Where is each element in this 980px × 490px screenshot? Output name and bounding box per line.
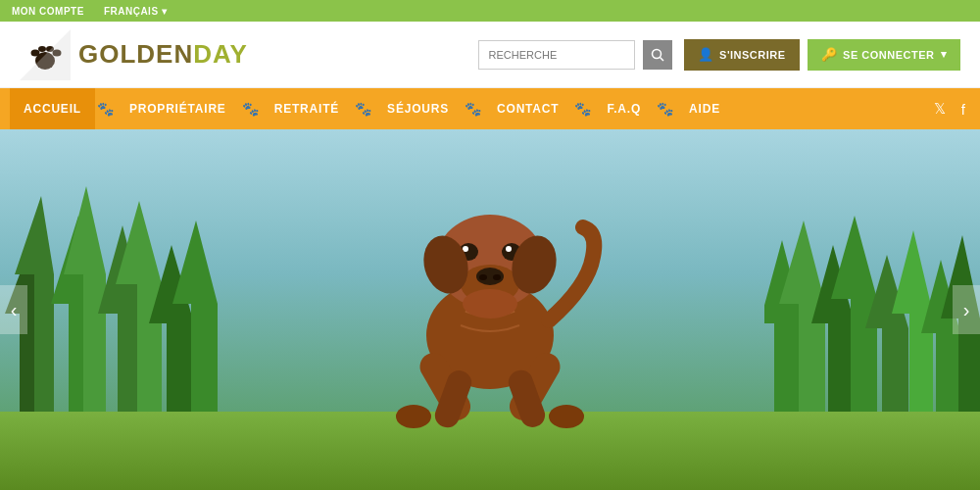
svg-point-38 bbox=[549, 405, 584, 428]
hero-slider: ‹ › bbox=[0, 129, 980, 490]
svg-point-27 bbox=[479, 274, 487, 280]
nav-item-proprietaire[interactable]: PROPRIÉTAIRE bbox=[116, 88, 240, 129]
svg-point-3 bbox=[46, 46, 54, 52]
header: GOLDENDAY 👤 S'INSCRIRE 🔑 SE CONNECTER ▾ bbox=[0, 22, 980, 88]
svg-line-6 bbox=[660, 57, 663, 61]
nav-item-accueil[interactable]: ACCUEIL bbox=[10, 88, 95, 129]
hero-background bbox=[0, 129, 980, 490]
svg-point-5 bbox=[652, 49, 661, 58]
nav-item-aide[interactable]: AIDE bbox=[675, 88, 734, 129]
svg-point-1 bbox=[31, 49, 40, 56]
facebook-icon[interactable]: f bbox=[956, 101, 970, 118]
paw-separator: 🐾 bbox=[95, 101, 116, 117]
nav-item-contact[interactable]: CONTACT bbox=[483, 88, 572, 129]
navigation: ACCUEIL 🐾 PROPRIÉTAIRE 🐾 RETRAITÉ 🐾 SÉJO… bbox=[0, 88, 980, 129]
signup-button[interactable]: 👤 S'INSCRIRE bbox=[684, 39, 800, 71]
paw-separator: 🐾 bbox=[572, 101, 593, 117]
nav-item-sejours[interactable]: SÉJOURS bbox=[373, 88, 463, 129]
nav-item-retraite[interactable]: RETRAITÉ bbox=[261, 88, 353, 129]
top-bar: MON COMPTE FRANÇAIS ▾ bbox=[0, 0, 980, 22]
search-area bbox=[478, 40, 672, 70]
svg-point-2 bbox=[38, 46, 46, 52]
dog-image bbox=[353, 159, 627, 463]
trees-left bbox=[0, 157, 235, 431]
logo-paw bbox=[20, 29, 71, 80]
nav-item-faq[interactable]: F.A.Q bbox=[593, 88, 655, 129]
social-links: 𝕏 f bbox=[929, 100, 970, 118]
svg-point-41 bbox=[463, 289, 517, 318]
paw-separator: 🐾 bbox=[463, 101, 483, 117]
user-icon: 👤 bbox=[698, 47, 714, 62]
login-icon: 🔑 bbox=[821, 47, 838, 62]
slider-next-button[interactable]: › bbox=[953, 285, 980, 334]
logo-area[interactable]: GOLDENDAY bbox=[20, 29, 248, 80]
logo-text: GOLDENDAY bbox=[78, 39, 248, 70]
search-icon bbox=[651, 48, 664, 62]
svg-point-32 bbox=[506, 246, 512, 252]
paw-separator: 🐾 bbox=[240, 101, 261, 117]
search-button[interactable] bbox=[643, 40, 672, 70]
svg-point-37 bbox=[396, 405, 431, 428]
account-link[interactable]: MON COMPTE bbox=[12, 6, 84, 17]
slider-prev-button[interactable]: ‹ bbox=[0, 285, 27, 334]
paw-separator: 🐾 bbox=[655, 101, 675, 117]
auth-buttons: 👤 S'INSCRIRE 🔑 SE CONNECTER ▾ bbox=[684, 39, 960, 71]
svg-point-28 bbox=[493, 274, 501, 280]
trees-right bbox=[764, 176, 980, 431]
twitter-icon[interactable]: 𝕏 bbox=[929, 100, 951, 118]
chevron-down-icon: ▾ bbox=[941, 48, 948, 61]
lang-selector[interactable]: FRANÇAIS ▾ bbox=[104, 6, 167, 17]
svg-point-0 bbox=[35, 52, 55, 70]
search-input[interactable] bbox=[478, 40, 635, 70]
svg-point-4 bbox=[53, 49, 62, 56]
paw-separator: 🐾 bbox=[353, 101, 373, 117]
login-button[interactable]: 🔑 SE CONNECTER ▾ bbox=[808, 39, 960, 71]
